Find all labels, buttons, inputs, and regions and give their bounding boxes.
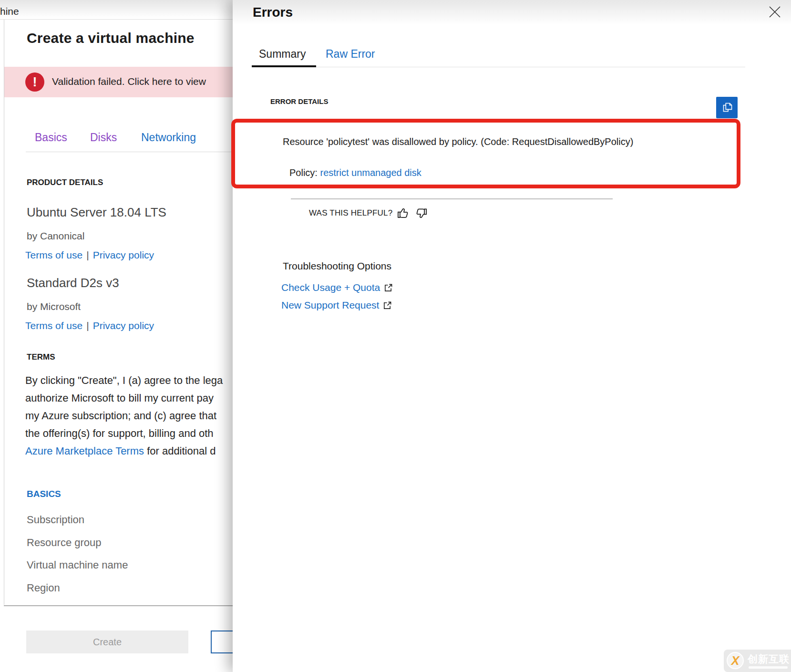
terms-text-line: my Azure subscription; and (c) agree tha… <box>25 410 216 422</box>
field-label-vm-name: Virtual machine name <box>27 559 128 571</box>
watermark-subtext-strip <box>749 666 788 669</box>
close-icon[interactable] <box>767 4 783 20</box>
terms-text-line: Azure Marketplace Terms for additional d <box>25 445 216 457</box>
thumbs-down-icon[interactable] <box>414 207 428 220</box>
troubleshooting-heading: Troubleshooting Options <box>283 260 391 272</box>
product-legal-links: Terms of use|Privacy policy <box>25 320 154 331</box>
panel-top-gradient <box>233 0 791 25</box>
errors-panel: Errors Summary Raw Error ERROR DETAILS R… <box>233 0 791 672</box>
watermark-logo-letter: X <box>731 654 740 667</box>
terms-text-line: authorize Microsoft to bill my current p… <box>25 392 214 404</box>
check-usage-quota-link[interactable]: Check Usage + Quota <box>281 282 380 293</box>
errors-panel-title: Errors <box>253 5 293 20</box>
tabs-divider <box>26 152 233 152</box>
policy-label: Policy: <box>289 167 320 178</box>
privacy-policy-link[interactable]: Privacy policy <box>93 320 154 331</box>
external-link-icon[interactable] <box>383 301 392 310</box>
product-legal-links: Terms of use|Privacy policy <box>25 249 154 261</box>
copy-icon[interactable] <box>716 97 738 118</box>
top-shadow-gradient <box>0 0 233 18</box>
terms-text-rest: for additional d <box>144 445 216 457</box>
terms-text-line: the offering(s) for support, billing and… <box>25 427 214 440</box>
privacy-policy-link[interactable]: Privacy policy <box>93 249 154 260</box>
new-support-request-link[interactable]: New Support Request <box>281 300 379 311</box>
terms-of-use-link[interactable]: Terms of use <box>25 249 82 260</box>
product-name: Ubuntu Server 18.04 LTS <box>27 205 166 220</box>
create-button[interactable]: Create <box>26 631 188 653</box>
create-vm-panel: Create a virtual machine ! Validation fa… <box>4 20 233 605</box>
link-separator: | <box>82 249 92 260</box>
tab-networking[interactable]: Networking <box>141 131 196 144</box>
terms-text-line: By clicking "Create", I (a) agree to the… <box>25 374 223 387</box>
external-link-icon[interactable] <box>384 283 393 292</box>
tab-basics[interactable]: Basics <box>35 131 67 144</box>
product-publisher: by Microsoft <box>27 301 81 312</box>
troubleshooting-link-row: Check Usage + Quota <box>281 282 393 293</box>
field-label-region: Region <box>27 582 60 594</box>
error-message: Resource 'policytest' was disallowed by … <box>283 136 633 147</box>
product-publisher: by Canonical <box>27 230 84 242</box>
field-label-subscription: Subscription <box>27 514 84 526</box>
error-tabs-divider <box>252 67 745 67</box>
screen: hine Create a virtual machine ! Validati… <box>0 0 791 672</box>
watermark-badge: X 创新互联 <box>724 650 791 672</box>
tab-raw-error[interactable]: Raw Error <box>326 48 375 61</box>
helpful-divider <box>291 198 613 199</box>
product-name: Standard D2s v3 <box>27 276 119 290</box>
watermark-logo: X <box>727 652 744 669</box>
link-separator: | <box>82 320 92 331</box>
basics-heading: BASICS <box>27 489 61 499</box>
helpful-label: WAS THIS HELPFUL? <box>309 208 392 218</box>
field-label-resource-group: Resource group <box>27 537 102 549</box>
policy-row: Policy: restrict unmanaged disk <box>289 167 421 178</box>
footer-divider <box>4 605 233 606</box>
policy-link[interactable]: restrict unmanaged disk <box>320 167 421 178</box>
terms-heading: TERMS <box>27 352 55 362</box>
feedback-row: WAS THIS HELPFUL? <box>309 207 428 220</box>
troubleshooting-link-row: New Support Request <box>281 300 392 311</box>
tab-disks[interactable]: Disks <box>90 131 117 144</box>
active-tab-underline <box>252 65 316 67</box>
breadcrumb: hine <box>0 6 19 17</box>
watermark-brand-text: 创新互联 <box>748 652 790 666</box>
tab-summary[interactable]: Summary <box>259 48 306 61</box>
page-title: Create a virtual machine <box>27 30 195 46</box>
validation-error-banner[interactable]: ! Validation failed. Click here to view <box>4 67 233 97</box>
thumbs-up-icon[interactable] <box>397 207 410 220</box>
error-exclamation-icon: ! <box>25 72 44 92</box>
terms-of-use-link[interactable]: Terms of use <box>25 320 82 331</box>
validation-banner-text: Validation failed. Click here to view <box>52 76 206 87</box>
azure-marketplace-terms-link[interactable]: Azure Marketplace Terms <box>25 445 144 457</box>
error-details-heading: ERROR DETAILS <box>270 97 328 105</box>
product-details-heading: PRODUCT DETAILS <box>27 178 103 187</box>
